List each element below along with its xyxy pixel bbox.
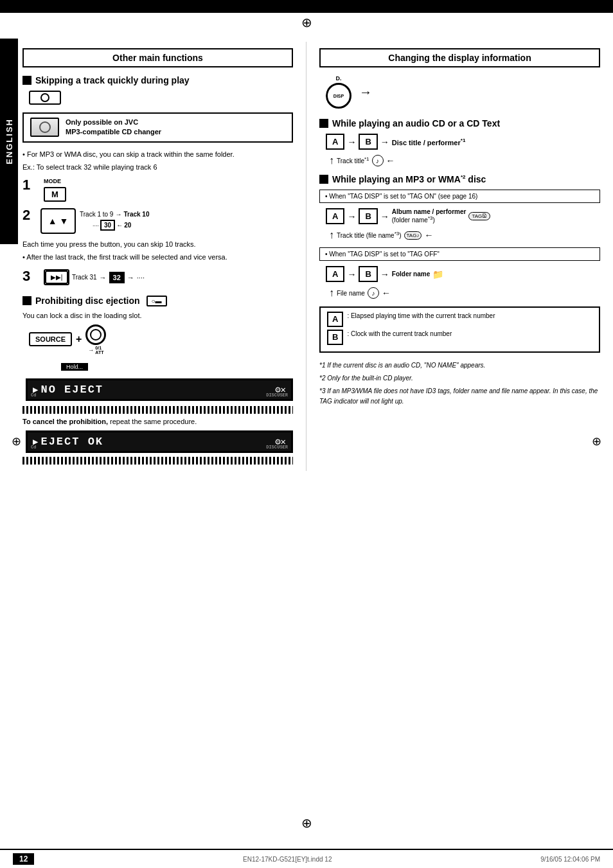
disp-inner-label: DISP [333, 94, 344, 98]
page-number: 12 [13, 853, 34, 865]
english-sidebar: ENGLISH [0, 39, 18, 244]
disp-arrow: → [359, 85, 372, 100]
album-name-label: Album name / performer [392, 208, 466, 215]
device-illustration [29, 91, 293, 105]
legend-row-b: B : Clock with the current track number [327, 330, 592, 345]
cd-indicator: Cd [31, 393, 36, 398]
disp-top-label: D. [326, 75, 351, 82]
tag-icon1: TAG🖻 [468, 212, 490, 220]
hash-divider [22, 406, 293, 414]
jvc-line2: MP3-compatible CD changer [66, 127, 161, 137]
tag-off-box-a: A [326, 266, 344, 282]
box-b: B [359, 134, 377, 150]
ellipsis: ···· [137, 274, 145, 281]
tag-off-arrow1: → [347, 269, 356, 279]
eject-ok-display: ▶ EJECT OK ⚙✕ DISC USER Cd [26, 430, 293, 453]
bottom-bar: 12 EN12-17KD-G521[EY]t.indd 12 9/16/05 1… [0, 849, 613, 868]
right-section-header: Changing the display information [319, 48, 600, 67]
knob-circle[interactable] [85, 324, 106, 345]
jvc-device-image [30, 118, 59, 137]
footer-date: 9/16/05 12:04:06 PM [540, 856, 600, 863]
track-title-label: Track title*1 [337, 156, 369, 164]
jvc-line1: Only possible on JVC [66, 118, 161, 127]
track-title-row: ↑ Track title*1 ♪ ← [329, 155, 600, 166]
eject-ok-text: EJECT OK [40, 436, 103, 448]
knob-inner [90, 329, 102, 341]
right-column: Changing the display information D. DISP… [306, 42, 613, 471]
mp3-track-title-row: ↑ Track title (file name*3) TAG♪ ← [329, 229, 600, 241]
no-eject-text: NO EJECT [40, 384, 103, 396]
eject-user-label: USER [277, 445, 288, 450]
track-from-label: Track 1 to 9 [80, 211, 113, 218]
flow-arrow2: → [380, 137, 389, 147]
mode-button[interactable]: M [44, 187, 66, 202]
track-to-label: Track 10 [123, 211, 149, 218]
step3-device: ▶▶| [44, 269, 69, 285]
disp-device: D. DISP [326, 75, 351, 109]
right-black-bar [306, 0, 613, 13]
flow-arrow1: → [347, 137, 356, 147]
left-section-title: Other main functions [112, 53, 203, 63]
arrow-icon1: → [115, 211, 121, 218]
file-name-row: ↑ File name ♪ ← [329, 287, 600, 299]
legend-b-label: B [332, 332, 338, 342]
source-label: SOURCE [35, 335, 66, 343]
track31-label: Track 31 [72, 274, 97, 281]
mp3-arrow1: → [347, 211, 356, 222]
mp3-tag-on-flow: A → B → Album name / performer (folder n… [326, 208, 600, 241]
cancel-text2: repeat the same procedure. [110, 418, 197, 425]
seek-container: ▲ ▼ Track 1 to 9 → Track 10 [40, 208, 293, 234]
step1-row: 1 MODE M [22, 178, 293, 202]
box-a-label: A [332, 137, 338, 146]
disp-knob[interactable]: DISP [326, 83, 351, 109]
file-loop-arrow: ↑ [329, 287, 334, 299]
eject-cd-indicator: Cd [31, 445, 36, 450]
step3-container: 3 ▶▶| Track 31 → [22, 269, 293, 286]
step2-content: ▲ ▼ Track 1 to 9 → Track 10 [40, 208, 293, 234]
fn1-text: *1 If the current disc is an audio CD, "… [319, 362, 485, 369]
star1: *1 [461, 137, 466, 143]
fn2-text: *2 Only for the built-in CD player. [319, 375, 413, 382]
loop-back-arrow: ← [386, 155, 395, 166]
legend-row-a: A : Elapsed playing time with the curren… [327, 312, 592, 327]
fn3-text: *3 If an MP3/WMA file does not have ID3 … [319, 387, 598, 405]
source-button[interactable]: SOURCE [29, 332, 72, 346]
mp3-bullet [319, 175, 328, 184]
box-b-label: B [365, 137, 371, 146]
step2-desc1: Each time you press the button, you can … [22, 239, 293, 250]
mp3-box-a: A [326, 208, 344, 224]
mp3-arrow2: → [380, 211, 389, 222]
step3-content: ▶▶| Track 31 → 32 → ···· [40, 269, 293, 286]
track-diagram: Track 31 → 32 → ···· [72, 272, 145, 283]
music-note2: ♪ [368, 287, 379, 299]
disc-title-label: Disc title / performer*1 [392, 137, 466, 146]
page-container: ⊕ ENGLISH ⊕ ⊕ Other main functions Skipp… [0, 0, 613, 868]
device-body [29, 91, 61, 105]
bullet1-text: For MP3 or WMA disc, you can skip a trac… [22, 149, 293, 160]
jvc-compatible-box: Only possible on JVC MP3-compatible CD c… [22, 112, 293, 143]
audio-cd-title: While playing an audio CD or a CD Text [332, 118, 500, 128]
when-tag-off-text: • When "TAG DISP" is set to "TAG OFF" [325, 251, 440, 258]
step1-number: 1 [22, 178, 35, 192]
lock-indicator: ○▬ [147, 296, 167, 306]
track-num1: 30 [100, 220, 115, 231]
prohibit-title-row: Prohibiting disc ejection ○▬ [22, 296, 293, 306]
tag-off-arrow2: → [380, 269, 389, 279]
top-decoration: ⊕ [0, 0, 613, 35]
top-left-panel [0, 0, 306, 35]
mp3-flow-diagram2: A → B → Folder name 📁 [326, 266, 600, 282]
legend-b-desc: : Clock with the current track number [347, 330, 452, 339]
top-right-panel [306, 0, 613, 35]
tag-off-section: • When "TAG DISP" is set to "TAG OFF" A … [319, 247, 600, 299]
right-crosshair-icon: ⊕ [592, 434, 601, 448]
when-tag-on-text: • When "TAG DISP" is set to "TAG ON" (se… [325, 193, 477, 200]
prohibit-section: Prohibiting disc ejection ○▬ You can loc… [22, 296, 293, 465]
mp3-loop-back: ← [424, 230, 433, 240]
right-section-title: Changing the display information [388, 53, 531, 63]
mode-button-area: MODE M [44, 178, 293, 202]
bottom-crosshair-icon: ⊕ [301, 815, 312, 831]
tag-off-box-b: B [359, 266, 377, 282]
left-column: Other main functions Skipping a track qu… [0, 42, 306, 471]
seek-device: ▲ ▼ [40, 208, 76, 234]
device-circle [40, 93, 49, 102]
